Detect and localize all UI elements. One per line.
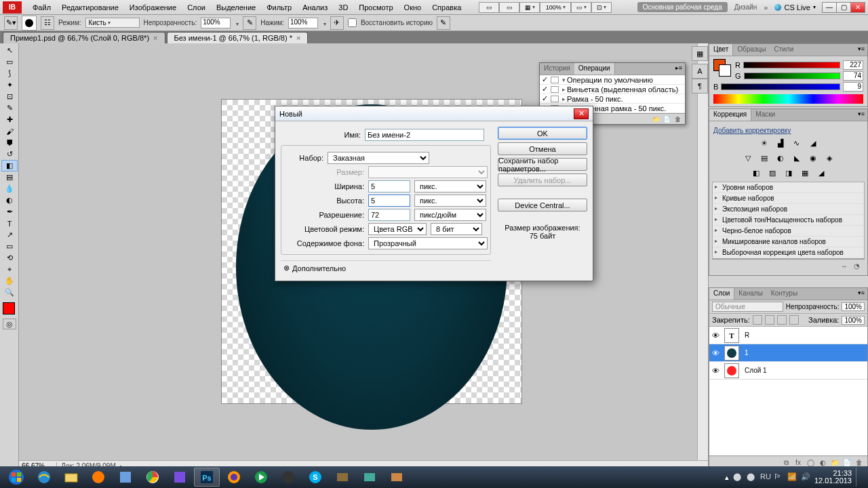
preset-item[interactable]: Микширование каналов наборов bbox=[713, 237, 864, 247]
tray-clock[interactable]: 21:33 12.01.2013 bbox=[814, 470, 852, 485]
levels-icon[interactable]: ▟ bbox=[774, 137, 787, 149]
foreground-color[interactable] bbox=[3, 302, 15, 314]
brush-panel-toggle[interactable]: ☷ bbox=[41, 16, 54, 30]
extras-dd[interactable]: ⊡ bbox=[591, 2, 612, 13]
tray-network-icon[interactable]: 📶 bbox=[787, 472, 797, 482]
exposure-icon[interactable]: ◢ bbox=[807, 137, 819, 149]
brush-tool[interactable]: 🖌 bbox=[1, 125, 18, 137]
action-row[interactable]: ✓▸Рамка - 50 пикс. bbox=[540, 94, 685, 104]
zoom-dd[interactable]: 100% bbox=[540, 2, 571, 13]
menu-3d[interactable]: 3D bbox=[333, 1, 353, 14]
start-button[interactable] bbox=[3, 468, 30, 487]
taskbar-media[interactable] bbox=[248, 468, 274, 487]
layer-name[interactable]: Слой 1 bbox=[742, 367, 767, 374]
lock-trans-icon[interactable] bbox=[753, 315, 762, 325]
photo-filter-icon[interactable]: ◉ bbox=[807, 152, 819, 164]
swatches-tab[interactable]: Образцы bbox=[733, 44, 770, 56]
color-tab[interactable]: Цвет bbox=[709, 44, 733, 56]
dialog-titlebar[interactable]: Новый ✕ bbox=[275, 106, 593, 121]
menu-image[interactable]: Изображение bbox=[124, 1, 182, 14]
document-tab[interactable]: Пример1.psd @ 66,7% (Слой 0, RGB/8*)× bbox=[3, 32, 165, 43]
selective-color-icon[interactable]: ◢ bbox=[815, 167, 827, 179]
action-row[interactable]: ✓▸Виньетка (выделенная область) bbox=[540, 85, 685, 94]
menu-file[interactable]: Файл bbox=[27, 1, 56, 14]
healing-tool[interactable]: ✚ bbox=[1, 114, 18, 125]
pen-tool[interactable]: ✒ bbox=[1, 206, 18, 218]
height-input[interactable] bbox=[368, 195, 410, 207]
eraser-tool[interactable]: ◧ bbox=[1, 160, 18, 171]
layer-opacity[interactable]: 100% bbox=[842, 302, 865, 311]
preset-select[interactable]: Заказная bbox=[328, 152, 429, 164]
cancel-button[interactable]: Отмена bbox=[498, 142, 587, 155]
history-tab[interactable]: История bbox=[540, 63, 574, 75]
document-tab[interactable]: Без имени-1 @ 66,7% (1, RGB/8) *× bbox=[167, 32, 309, 43]
menu-edit[interactable]: Редактирование bbox=[56, 1, 124, 14]
layer-thumb[interactable] bbox=[724, 363, 739, 378]
tab-close-icon[interactable]: × bbox=[296, 34, 300, 42]
cs-live[interactable]: CS Live▾ bbox=[770, 3, 820, 12]
taskbar-app2[interactable] bbox=[113, 468, 138, 487]
taskbar-app4[interactable] bbox=[330, 468, 355, 487]
taskbar-photoshop[interactable]: Ps bbox=[194, 468, 220, 487]
save-preset-button[interactable]: Сохранить набор параметров... bbox=[498, 158, 587, 171]
layer-thumb[interactable]: T bbox=[724, 328, 739, 343]
bg-select[interactable]: Прозрачный bbox=[368, 237, 488, 249]
char-icon[interactable]: A bbox=[692, 64, 708, 79]
3d-camera-tool[interactable]: ⌖ bbox=[1, 264, 18, 275]
name-input[interactable] bbox=[365, 129, 484, 141]
preset-item[interactable]: Выборочная коррекция цвета наборов bbox=[713, 247, 864, 258]
tray-lang[interactable]: RU bbox=[760, 472, 770, 482]
taskbar-explorer[interactable] bbox=[58, 468, 84, 487]
lock-pos-icon[interactable] bbox=[777, 315, 787, 325]
menu-window[interactable]: Окно bbox=[399, 1, 427, 14]
new-action-icon[interactable]: 📄 bbox=[662, 115, 671, 124]
styles-tab[interactable]: Стили bbox=[770, 44, 797, 56]
lock-all-icon[interactable] bbox=[789, 315, 799, 325]
channels-tab[interactable]: Каналы bbox=[734, 288, 767, 300]
g-slider[interactable] bbox=[744, 73, 840, 79]
visibility-icon[interactable]: 👁 bbox=[709, 331, 722, 340]
taskbar-app5[interactable] bbox=[357, 468, 382, 487]
scrollbar-vertical[interactable] bbox=[697, 43, 708, 460]
lock-pixels-icon[interactable] bbox=[765, 315, 774, 325]
screen-mode-dd[interactable]: ▭ bbox=[571, 2, 591, 13]
brush-preview[interactable] bbox=[22, 16, 37, 30]
stamp-tool[interactable]: ⛊ bbox=[1, 137, 18, 148]
window-close[interactable]: ✕ bbox=[850, 2, 865, 13]
preset-item[interactable]: Экспозиция наборов bbox=[713, 204, 864, 215]
new-set-icon[interactable]: 📁 bbox=[651, 115, 660, 124]
curves-icon[interactable]: ∿ bbox=[791, 137, 803, 149]
taskbar-app6[interactable] bbox=[384, 468, 410, 487]
layer-row[interactable]: 👁TR bbox=[709, 327, 867, 344]
paths-tab[interactable]: Контуры bbox=[767, 288, 802, 300]
zoom-tool[interactable]: 🔍 bbox=[1, 287, 18, 298]
width-input[interactable] bbox=[368, 180, 410, 192]
dialog-close[interactable]: ✕ bbox=[574, 108, 589, 119]
arrange-dd[interactable]: ▦ bbox=[519, 2, 540, 13]
res-unit[interactable]: пикс/дюйм bbox=[414, 209, 486, 221]
panel-menu-icon[interactable]: ▾≡ bbox=[855, 288, 867, 300]
taskbar-skype[interactable]: S bbox=[302, 468, 328, 487]
move-tool[interactable]: ↖ bbox=[1, 45, 18, 56]
add-adjustment-link[interactable]: Добавить корректировку bbox=[713, 127, 863, 134]
menu-layer[interactable]: Слои bbox=[182, 1, 211, 14]
colormode-select[interactable]: Цвета RGB bbox=[368, 223, 427, 235]
taskbar-app3[interactable] bbox=[167, 468, 193, 487]
tray-flag-icon[interactable]: 🏳 bbox=[774, 472, 783, 482]
tray-expand-icon[interactable]: ▴ bbox=[725, 473, 729, 482]
workspace-current[interactable]: Основная рабочая среда bbox=[637, 2, 728, 12]
gradient-tool[interactable]: ▤ bbox=[1, 171, 18, 183]
path-tool[interactable]: ↗ bbox=[1, 229, 18, 241]
adjustments-tab[interactable]: Коррекция bbox=[709, 109, 751, 121]
layout-icon-1[interactable]: ▭ bbox=[479, 2, 499, 13]
layout-icon-2[interactable]: ▭ bbox=[499, 2, 519, 13]
threshold-icon[interactable]: ◨ bbox=[783, 167, 795, 179]
layer-row[interactable]: 👁1 bbox=[709, 344, 867, 362]
show-desktop[interactable] bbox=[856, 468, 861, 487]
channel-mixer-icon[interactable]: ◈ bbox=[823, 152, 835, 164]
invert-icon[interactable]: ◧ bbox=[750, 167, 762, 179]
ok-button[interactable]: OK bbox=[498, 127, 587, 140]
preset-item[interactable]: Уровни наборов bbox=[713, 182, 864, 193]
vibrance-icon[interactable]: ▽ bbox=[742, 152, 754, 164]
res-input[interactable] bbox=[368, 209, 410, 221]
